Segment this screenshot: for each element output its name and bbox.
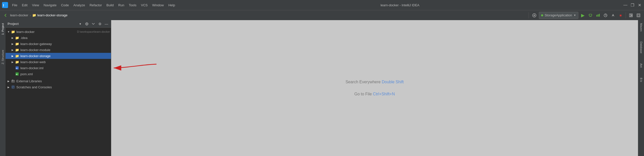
menu-vcs[interactable]: VCS [139, 2, 150, 8]
tree-label-scratches: Scratches and Consoles [16, 85, 110, 89]
frame-button[interactable] [635, 12, 642, 19]
add-config-button[interactable] [531, 12, 538, 19]
tree-item-web[interactable]: ▶ 📁 learn-docker-web [6, 59, 111, 65]
hint-search-static: Search Everywhere [345, 80, 381, 84]
tree-item-gateway[interactable]: ▶ 📁 learn-docker-gateway [6, 41, 111, 47]
svg-rect-16 [631, 14, 632, 15]
menu-navigate[interactable]: Navigate [42, 2, 58, 8]
profile-button[interactable] [602, 12, 609, 19]
tree-arrow-module: ▶ [11, 48, 15, 52]
run-config-dropdown[interactable]: StorageApplication ▼ [539, 12, 578, 19]
right-side-tabs: Maven Database Ant B b [638, 20, 644, 156]
title-bar: I File Edit View Navigate Code Analyze R… [0, 0, 644, 10]
tree-arrow-ext-libs: ▶ [7, 79, 11, 83]
back-button[interactable] [2, 12, 9, 19]
svg-rect-19 [638, 15, 639, 16]
debug-button[interactable] [587, 12, 594, 19]
editor-goto-hint: Go to File Ctrl+Shift+N [354, 90, 395, 98]
tree-item-external-libraries[interactable]: ▶ External Libraries [6, 78, 111, 84]
folder-icon-breadcrumb: 📁 [32, 13, 36, 17]
tree-item-scratches[interactable]: ▶ Scratches and Consoles [6, 84, 111, 90]
project-panel-dropdown[interactable]: ▼ [78, 21, 83, 26]
tree-label-pom: pom.xml [20, 72, 110, 76]
breadcrumb-separator: › [30, 14, 31, 17]
sidebar-tab-ant[interactable]: Ant [639, 61, 643, 70]
tree-arrow-idea: ▶ [11, 36, 15, 40]
layout-button[interactable] [627, 12, 634, 19]
menu-edit[interactable]: Edit [20, 2, 29, 8]
tree-item-pom[interactable]: ▶ m pom.xml [6, 71, 111, 77]
tree-arrow-scratches: ▶ [7, 85, 11, 89]
close-button[interactable]: ✕ [637, 3, 642, 8]
tree-path-root: D:\workspace\learn-docker [77, 30, 110, 33]
tree-arrow-root: ▼ [7, 30, 11, 34]
iml-file-icon: m [15, 66, 19, 70]
editor-search-hint: Search Everywhere Double Shift [345, 78, 404, 86]
project-panel-title: Project [8, 22, 76, 26]
folder-icon-root: 📁 [11, 30, 15, 34]
tree-item-module[interactable]: ▶ 📁 learn-docker-module [6, 47, 111, 53]
build-button[interactable] [610, 12, 617, 19]
sidebar-tab-bb[interactable]: B b [639, 76, 643, 84]
folder-icon-module: 📁 [15, 48, 19, 52]
menu-view[interactable]: View [30, 2, 41, 8]
tree-label-root: learn-docker [16, 30, 75, 34]
hint-goto-static: Go to File [354, 92, 372, 96]
tree-arrow-storage: ▶ [11, 54, 15, 58]
project-panel-settings[interactable]: ⚙ [97, 21, 102, 26]
tree-label-iml: learn-docker.iml [20, 66, 110, 70]
maximize-button[interactable]: ❐ [630, 3, 635, 8]
sidebar-tab-database[interactable]: Database [639, 40, 643, 55]
editor-area: Search Everywhere Double Shift Go to Fil… [111, 20, 638, 156]
svg-rect-5 [589, 14, 592, 16]
svg-rect-10 [596, 15, 597, 17]
project-panel-header: Project ▼ ⚙ — [6, 20, 111, 28]
folder-icon-idea: 📁 [15, 36, 19, 40]
tree-arrow-gateway: ▶ [11, 42, 15, 46]
toolbar: learn-docker › 📁 learn-docker-storage St… [0, 10, 644, 20]
breadcrumb: learn-docker › 📁 learn-docker-storage [10, 13, 527, 17]
project-panel-hide[interactable]: — [104, 21, 109, 26]
tree-item-idea[interactable]: ▶ 📁 .idea [6, 35, 111, 41]
svg-text:I: I [3, 3, 4, 7]
menu-window[interactable]: Window [150, 2, 166, 8]
folder-icon-web: 📁 [15, 60, 19, 64]
breadcrumb-root[interactable]: learn-docker [10, 13, 28, 17]
tree-item-root[interactable]: ▼ 📁 learn-docker D:\workspace\learn-dock… [6, 29, 111, 35]
menu-code[interactable]: Code [59, 2, 71, 8]
tree-label-gateway: learn-docker-gateway [20, 42, 110, 46]
sidebar-tab-structure[interactable]: Z: Structure [1, 48, 5, 66]
menu-run[interactable]: Run [116, 2, 126, 8]
hint-search-key: Double Shift [382, 80, 404, 84]
tree-label-external-libraries: External Libraries [16, 79, 110, 83]
run-config-name: StorageApplication [545, 13, 572, 17]
tree-item-storage[interactable]: ▶ 📁 learn-docker-storage [6, 53, 111, 59]
sidebar-tab-maven[interactable]: Maven [639, 21, 643, 33]
project-panel-locate[interactable] [84, 21, 89, 26]
coverage-button[interactable] [594, 12, 601, 19]
menu-build[interactable]: Build [104, 2, 116, 8]
tree-label-module: learn-docker-module [20, 48, 110, 52]
tree-label-web: learn-docker-web [20, 60, 110, 64]
menu-analyze[interactable]: Analyze [71, 2, 87, 8]
svg-rect-17 [631, 16, 632, 17]
sidebar-tab-project[interactable]: 1: Project [1, 21, 5, 37]
svg-rect-11 [598, 14, 598, 17]
tree-item-iml[interactable]: ▶ m learn-docker.iml [6, 65, 111, 71]
run-buttons: ▶ [579, 12, 642, 19]
scratches-icon [11, 85, 15, 89]
breadcrumb-current[interactable]: learn-docker-storage [37, 13, 67, 17]
menu-tools[interactable]: Tools [127, 2, 138, 8]
project-tree: ▼ 📁 learn-docker D:\workspace\learn-dock… [6, 28, 111, 156]
run-button[interactable]: ▶ [579, 12, 586, 19]
stop-button[interactable]: ■ [617, 12, 624, 19]
left-side-tabs: 1: Project Z: Structure [0, 20, 6, 156]
tree-label-idea: .idea [20, 36, 110, 40]
minimize-button[interactable]: — [623, 3, 628, 8]
menu-refactor[interactable]: Refactor [88, 2, 104, 8]
toolbar-separator-1 [529, 12, 529, 18]
project-panel-expand-all[interactable] [91, 21, 96, 26]
menu-file[interactable]: File [10, 2, 19, 8]
menu-help[interactable]: Help [166, 2, 177, 8]
folder-icon-gateway: 📁 [15, 42, 19, 46]
